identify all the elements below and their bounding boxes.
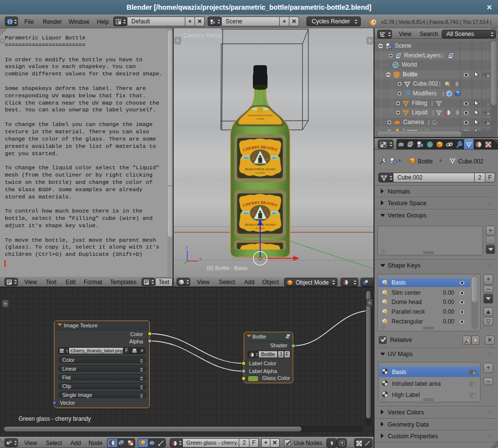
svg-text:i: i bbox=[9, 19, 11, 24]
svg-text:x: x bbox=[199, 256, 202, 261]
svg-text:LE PIRÉE: LE PIRÉE bbox=[255, 172, 265, 174]
svg-text:DEMOSTHÈNE POURIS: DEMOSTHÈNE POURIS bbox=[248, 114, 273, 117]
svg-text:DEMOSTHÈNE POURIS: DEMOSTHÈNE POURIS bbox=[245, 167, 276, 171]
svg-text:LE PIRÉE: LE PIRÉE bbox=[256, 118, 265, 120]
svg-text:MARK: MARK bbox=[272, 157, 277, 159]
svg-text:Camera Persp: Camera Persp bbox=[183, 32, 221, 39]
svg-text:(0) Bottle : Basis: (0) Bottle : Basis bbox=[207, 265, 248, 271]
svg-text:TRADE: TRADE bbox=[243, 157, 249, 159]
svg-text:z: z bbox=[186, 245, 188, 250]
